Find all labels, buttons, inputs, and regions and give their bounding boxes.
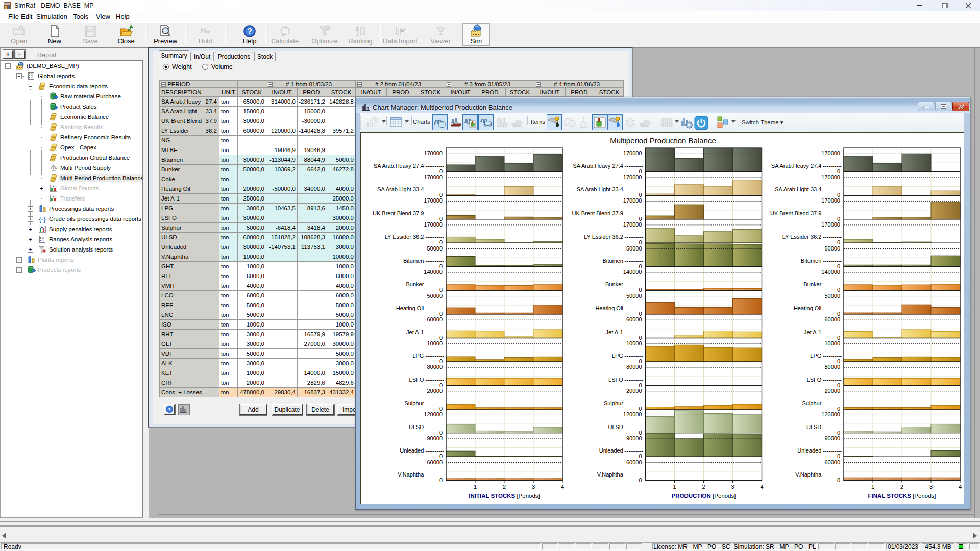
svg-text:Heating Oil ----------: Heating Oil ----------	[396, 305, 444, 311]
svg-text:0: 0	[837, 453, 840, 459]
svg-text:0: 0	[439, 216, 443, 222]
svg-text:170000: 170000	[623, 174, 642, 180]
svg-text:SA Arab.Heavy 27.4 ----------: SA Arab.Heavy 27.4 ----------	[374, 163, 444, 169]
svg-text:0: 0	[639, 263, 642, 269]
svg-text:170000: 170000	[424, 174, 443, 180]
svg-text:LY Essider 36.2 ----------: LY Essider 36.2 ----------	[782, 234, 842, 240]
svg-text:120000: 120000	[424, 411, 443, 417]
svg-text:20000: 20000	[824, 388, 840, 394]
svg-text:60000: 60000	[427, 316, 443, 322]
svg-text:V.Naphtha ----------: V.Naphtha ----------	[597, 471, 644, 478]
svg-text:140000: 140000	[623, 269, 642, 275]
svg-text:Heating Oil ----------: Heating Oil ----------	[794, 305, 842, 311]
svg-text:0: 0	[439, 192, 443, 198]
svg-text:50000: 50000	[427, 245, 443, 252]
svg-text:170000: 170000	[424, 221, 443, 228]
svg-text:0: 0	[639, 192, 642, 198]
svg-text:0: 0	[639, 358, 642, 364]
svg-text:Sulphur ----------: Sulphur ----------	[802, 400, 842, 406]
svg-text:Jet A-1 ----------: Jet A-1 ----------	[606, 329, 644, 335]
svg-text:90000: 90000	[427, 435, 443, 441]
svg-text:0: 0	[439, 335, 443, 341]
svg-text:0: 0	[837, 335, 840, 341]
svg-text:0: 0	[639, 168, 642, 174]
svg-text:0: 0	[837, 311, 840, 317]
svg-text:90000: 90000	[824, 435, 840, 441]
svg-text:UK Brent Blend 37.9 ----------: UK Brent Blend 37.9 ----------	[373, 210, 444, 216]
svg-text:0: 0	[439, 239, 443, 245]
svg-text:0: 0	[837, 263, 840, 269]
svg-text:4: 4	[760, 484, 763, 490]
svg-text:60000: 60000	[427, 459, 443, 465]
svg-text:60000: 60000	[626, 459, 642, 465]
svg-text:Bitumen ----------: Bitumen ----------	[801, 258, 842, 264]
svg-text:?: ?	[168, 407, 171, 412]
svg-text:0: 0	[439, 168, 443, 174]
svg-text:0: 0	[639, 239, 642, 245]
svg-text:0: 0	[639, 311, 642, 317]
svg-text:FINAL STOCKS [Periods]: FINAL STOCKS [Periods]	[868, 493, 936, 499]
svg-text:170000: 170000	[821, 221, 840, 228]
svg-text:3: 3	[929, 484, 933, 490]
svg-text:2: 2	[900, 484, 903, 490]
svg-text:Unleaded ----------: Unleaded ----------	[400, 447, 444, 454]
svg-text:0: 0	[837, 239, 840, 245]
svg-text:Jet A-1 ----------: Jet A-1 ----------	[804, 329, 842, 335]
svg-text:0: 0	[639, 430, 642, 436]
svg-text:170000: 170000	[821, 150, 840, 156]
svg-text:Bitumen ----------: Bitumen ----------	[403, 258, 444, 264]
svg-text:0: 0	[837, 382, 840, 388]
svg-text:50000: 50000	[824, 245, 840, 252]
svg-text:0: 0	[439, 477, 443, 483]
svg-text:0: 0	[639, 453, 642, 459]
svg-text:80000: 80000	[626, 364, 642, 370]
svg-text:0: 0	[439, 382, 443, 388]
svg-text:140000: 140000	[424, 269, 443, 275]
svg-text:Multiperiod Production Balance: Multiperiod Production Balance	[610, 136, 716, 145]
svg-text:0: 0	[439, 263, 443, 269]
svg-text:170000: 170000	[623, 221, 642, 228]
svg-text:10000: 10000	[427, 340, 443, 346]
svg-text:2: 2	[503, 484, 506, 490]
svg-text:140000: 140000	[821, 269, 840, 275]
svg-text:120000: 120000	[623, 411, 642, 417]
svg-text:SA Arab.Heavy 27.4 ----------: SA Arab.Heavy 27.4 ----------	[771, 163, 842, 169]
svg-text:0: 0	[639, 216, 642, 222]
svg-text:0: 0	[639, 287, 642, 293]
svg-text:0: 0	[837, 430, 840, 436]
svg-text:Jet A-1 ----------: Jet A-1 ----------	[406, 329, 444, 335]
svg-text:50000: 50000	[824, 293, 840, 299]
svg-text:Unleaded ----------: Unleaded ----------	[797, 447, 842, 454]
svg-text:80000: 80000	[427, 364, 443, 370]
svg-text:60000: 60000	[626, 316, 642, 322]
svg-text:0: 0	[439, 406, 443, 412]
svg-text:60000: 60000	[824, 316, 840, 322]
svg-text:4: 4	[959, 484, 962, 490]
svg-text:0: 0	[837, 287, 840, 293]
svg-text:50000: 50000	[427, 293, 443, 299]
svg-text:3: 3	[731, 484, 734, 490]
svg-text:Bunker ----------: Bunker ----------	[406, 281, 444, 287]
svg-text:0: 0	[439, 358, 443, 364]
svg-text:SA Arab.Light 33.4 ----------: SA Arab.Light 33.4 ----------	[577, 186, 644, 192]
svg-text:170000: 170000	[623, 150, 642, 156]
svg-text:0: 0	[837, 168, 840, 174]
svg-text:1: 1	[474, 484, 477, 490]
svg-text:170000: 170000	[424, 150, 443, 156]
svg-text:V.Naphtha ----------: V.Naphtha ----------	[795, 471, 842, 478]
svg-text:1: 1	[673, 484, 676, 490]
svg-text:UK Brent Blend 37.9 ----------: UK Brent Blend 37.9 ----------	[572, 210, 644, 216]
svg-text:Sulphur ----------: Sulphur ----------	[404, 400, 444, 406]
svg-text:1: 1	[871, 484, 874, 490]
svg-text:{·}: {·}	[39, 215, 46, 223]
svg-text:90000: 90000	[626, 435, 642, 441]
svg-text:UK Brent Blend 37.9 ----------: UK Brent Blend 37.9 ----------	[770, 210, 842, 216]
svg-text:Unleaded ----------: Unleaded ----------	[599, 447, 644, 454]
svg-text:?: ?	[247, 27, 252, 36]
svg-text:0: 0	[639, 406, 642, 412]
svg-text:20000: 20000	[427, 388, 443, 394]
svg-text:0: 0	[639, 382, 642, 388]
svg-text:Heating Oil ----------: Heating Oil ----------	[595, 305, 643, 311]
svg-text:Sulphur ----------: Sulphur ----------	[604, 400, 644, 406]
svg-text:PRODUCTION [Periods]: PRODUCTION [Periods]	[672, 493, 736, 499]
